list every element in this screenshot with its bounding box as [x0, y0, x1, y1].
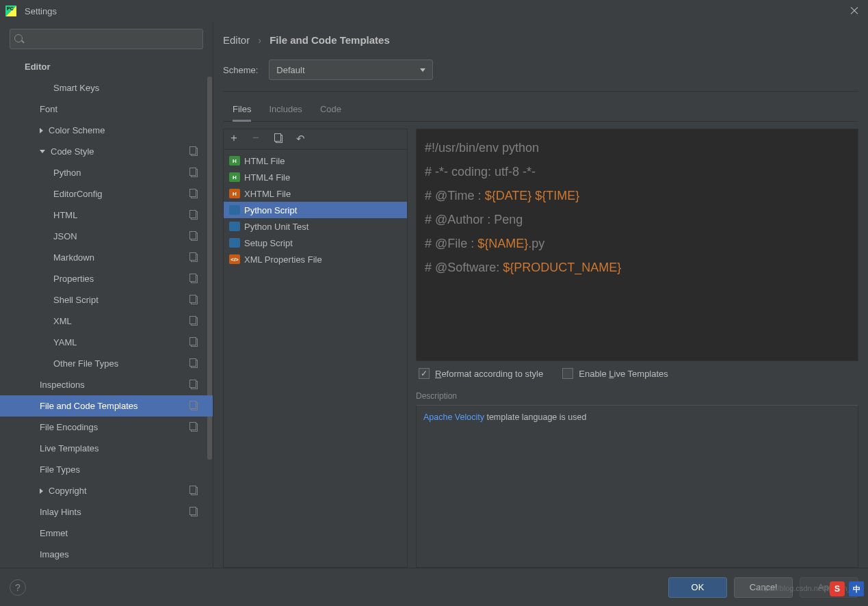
template-item-python-unit-test[interactable]: Python Unit Test [224, 218, 407, 235]
xhtml-file-icon: H [229, 189, 240, 198]
sidebar-item-file-encodings[interactable]: File Encodings [0, 417, 213, 438]
titlebar[interactable]: Settings [0, 0, 868, 22]
sidebar-item-editorconfig[interactable]: EditorConfig [0, 183, 213, 205]
template-item-label: Python Script [244, 205, 297, 215]
reformat-checkbox[interactable]: ✓ Reformat according to style [419, 368, 543, 379]
code-line: # @File : [425, 237, 477, 250]
tab-code[interactable]: Code [320, 100, 341, 121]
help-button[interactable]: ? [10, 579, 26, 596]
sidebar-item-color-scheme[interactable]: Color Scheme [0, 120, 213, 141]
sidebar-item-python[interactable]: Python [0, 162, 213, 183]
sidebar-item-font[interactable]: Font [0, 98, 213, 120]
html-file-icon: H [229, 172, 240, 182]
template-item-python-script[interactable]: Python Script [224, 202, 407, 218]
breadcrumb: Editor › File and Code Templates [223, 34, 858, 46]
copy-scope-icon [189, 296, 198, 304]
template-item-label: XHTML File [244, 189, 291, 199]
sidebar-item-label: Shell Script [53, 295, 98, 305]
sidebar-item-inlay-hints[interactable]: Inlay Hints [0, 501, 213, 523]
sidebar-item-markdown[interactable]: Markdown [0, 247, 213, 268]
copy-scope-icon [189, 381, 198, 389]
sidebar-item-label: Markdown [53, 252, 94, 263]
sidebar-item-label: JSON [53, 231, 77, 241]
tab-files[interactable]: Files [233, 100, 251, 121]
add-icon[interactable] [231, 134, 241, 145]
code-line: #!/usr/bin/env python [425, 141, 539, 155]
settings-tree[interactable]: EditorSmart KeysFontColor SchemeCode Sty… [0, 56, 213, 568]
copy-scope-icon [189, 211, 198, 220]
sidebar-item-label: Properties [53, 274, 94, 284]
checkbox-checked-icon: ✓ [419, 368, 430, 379]
scheme-select[interactable]: Default [269, 60, 433, 80]
sidebar-item-html[interactable]: HTML [0, 205, 213, 226]
sidebar-item-images[interactable]: Images [0, 544, 213, 565]
copy-scope-icon [189, 402, 198, 410]
sidebar-item-code-style[interactable]: Code Style [0, 141, 213, 162]
sidebar-item-label: Editor [25, 62, 51, 72]
sidebar-item-inspections[interactable]: Inspections [0, 374, 213, 395]
code-line: # @Software: [425, 261, 503, 274]
description-label: Description [416, 391, 858, 401]
sidebar-item-copyright[interactable]: Copyright [0, 480, 213, 501]
remove-icon[interactable] [252, 134, 263, 145]
template-item-setup-script[interactable]: Setup Script [224, 235, 407, 251]
sidebar-item-label: Code Style [51, 146, 94, 157]
undo-icon[interactable] [296, 134, 307, 145]
sidebar-item-json[interactable]: JSON [0, 226, 213, 247]
sidebar-item-label: EditorConfig [53, 189, 103, 199]
sidebar-item-shell-script[interactable]: Shell Script [0, 289, 213, 311]
sidebar-item-xml[interactable]: XML [0, 311, 213, 332]
code-line: # -*- coding: utf-8 -*- [425, 165, 536, 179]
template-file-list[interactable]: HHTML FileHHTML4 FileHXHTML FilePython S… [224, 150, 407, 567]
sidebar-item-file-types[interactable]: File Types [0, 459, 213, 480]
sidebar-item-label: Live Templates [40, 443, 98, 453]
sidebar-item-label: File and Code Templates [40, 401, 138, 411]
cancel-button[interactable]: Cancel [734, 577, 793, 598]
sidebar-item-smart-keys[interactable]: Smart Keys [0, 77, 213, 98]
copy-scope-icon [189, 317, 198, 326]
scheme-label: Scheme: [223, 65, 258, 75]
template-item-html4-file[interactable]: HHTML4 File [224, 169, 407, 185]
sidebar-item-other-file-types[interactable]: Other File Types [0, 353, 213, 374]
search-input[interactable] [10, 29, 203, 49]
code-line: # @Author : Peng [425, 213, 523, 226]
sidebar-item-label: HTML [53, 210, 77, 220]
copy-scope-icon [189, 148, 198, 156]
sidebar-item-live-templates[interactable]: Live Templates [0, 438, 213, 459]
copy-scope-icon [189, 254, 198, 262]
template-item-label: Setup Script [244, 238, 293, 248]
copy-scope-icon [189, 233, 198, 241]
breadcrumb-current: File and Code Templates [269, 34, 390, 46]
sidebar-item-file-and-code-templates[interactable]: File and Code Templates [0, 395, 213, 417]
sidebar-item-emmet[interactable]: Emmet [0, 523, 213, 544]
chevron-right-icon [40, 488, 43, 494]
sidebar-item-editor[interactable]: Editor [0, 56, 213, 77]
copy-scope-icon [189, 487, 198, 495]
sidebar-item-label: Python [53, 168, 81, 178]
copy-scope-icon [189, 360, 198, 368]
sidebar-item-properties[interactable]: Properties [0, 268, 213, 289]
sidebar-item-label: Copyright [49, 486, 87, 496]
template-item-xhtml-file[interactable]: HXHTML File [224, 185, 407, 202]
ok-button[interactable]: OK [668, 577, 727, 598]
sidebar-item-label: Font [40, 104, 57, 114]
copy-scope-icon [189, 339, 198, 347]
sidebar-item-label: XML [53, 316, 72, 326]
scheme-value: Default [276, 65, 304, 75]
tab-includes[interactable]: Includes [269, 100, 302, 121]
template-item-html-file[interactable]: HHTML File [224, 153, 407, 169]
sidebar-item-label: Color Scheme [49, 125, 105, 135]
close-icon[interactable] [849, 5, 860, 16]
apache-velocity-link[interactable]: Apache Velocity [423, 412, 484, 422]
template-item-xml-properties-file[interactable]: </>XML Properties File [224, 251, 407, 267]
sidebar-item-label: Other File Types [53, 358, 118, 369]
html-file-icon: H [229, 156, 240, 166]
template-editor[interactable]: #!/usr/bin/env python # -*- coding: utf-… [416, 129, 858, 361]
sidebar-item-label: Images [40, 549, 69, 559]
code-var: ${DATE} ${TIME} [485, 189, 580, 202]
template-item-label: XML Properties File [244, 254, 322, 265]
sidebar-item-yaml[interactable]: YAML [0, 332, 213, 353]
sidebar-item-label: Inlay Hints [40, 507, 81, 517]
copy-icon[interactable] [274, 134, 285, 145]
live-templates-checkbox[interactable]: Enable Live Templates [562, 368, 668, 379]
